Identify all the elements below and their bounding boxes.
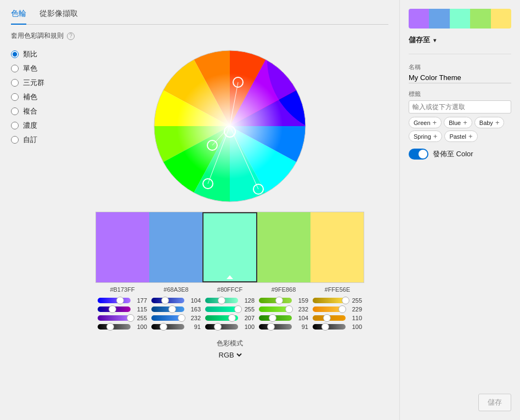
rule-shade[interactable]: 濃度 <box>11 121 60 130</box>
slider-track-b1[interactable] <box>151 315 184 321</box>
tag-green-label: Green <box>414 120 431 126</box>
preview-swatch-1 <box>429 9 449 29</box>
preview-swatch-4 <box>491 9 511 29</box>
rule-triad[interactable]: 三元群 <box>11 78 60 88</box>
color-swatches <box>95 212 364 283</box>
val-r2: 128 <box>240 297 255 304</box>
color-wheel-wrapper[interactable] <box>153 49 307 203</box>
right-panel: 儲存至 ▾ 名稱 標籤 Green + Blue + Baby + Spring <box>399 0 520 420</box>
publish-row: 發佈至 Color <box>409 149 511 160</box>
slider-track-r4[interactable] <box>313 298 346 303</box>
slider-col-3: 159 232 104 <box>257 297 310 330</box>
tag-green-plus: + <box>433 118 437 127</box>
swatch-1[interactable] <box>149 212 202 282</box>
tab-from-image[interactable]: 從影像擷取 <box>39 9 78 22</box>
color-mode-section: 色彩模式 RGB HSB Lab <box>217 339 244 360</box>
tag-chips: Green + Blue + Baby + Spring + Pastel + <box>409 117 511 142</box>
publish-toggle[interactable] <box>409 149 428 160</box>
toggle-knob <box>419 150 427 158</box>
val-r4: 255 <box>348 297 362 304</box>
slider-track-a2[interactable] <box>205 324 238 330</box>
val-a4: 100 <box>348 323 362 330</box>
slider-track-b2[interactable] <box>205 315 238 321</box>
slider-track-g1[interactable] <box>151 307 184 312</box>
tags-input[interactable] <box>409 100 511 113</box>
slider-track-r2[interactable] <box>205 298 238 303</box>
section-label: 套用色彩調和規則 ? <box>11 31 388 41</box>
rule-mono[interactable]: 單色 <box>11 64 60 73</box>
swatch-3[interactable] <box>257 212 310 282</box>
rule-compound[interactable]: 複合 <box>11 106 60 116</box>
rule-custom[interactable]: 自訂 <box>11 135 60 145</box>
val-g3: 232 <box>294 306 308 313</box>
tag-spring-plus: + <box>433 132 438 140</box>
name-field-group: 名稱 <box>409 63 511 83</box>
color-wheel-svg[interactable] <box>153 49 307 203</box>
publish-label: 發佈至 Color <box>433 149 473 159</box>
slider-track-g3[interactable] <box>259 307 292 312</box>
preview-swatch-3 <box>470 9 490 29</box>
tag-green[interactable]: Green + <box>409 117 442 128</box>
slider-track-r3[interactable] <box>259 298 292 303</box>
name-label: 名稱 <box>409 63 511 71</box>
hex-4: #FFE56E <box>310 286 364 293</box>
hex-2: #80FFCF <box>203 286 257 293</box>
val-a1: 91 <box>186 323 201 330</box>
tag-baby[interactable]: Baby + <box>474 117 505 128</box>
slider-col-4: 255 229 110 <box>310 297 364 330</box>
slider-track-b4[interactable] <box>313 315 346 321</box>
tags-label: 標籤 <box>409 90 511 98</box>
val-a3: 91 <box>294 323 308 330</box>
val-b2: 207 <box>240 315 255 321</box>
color-mode-label: 色彩模式 <box>217 339 244 348</box>
tag-baby-plus: + <box>495 118 500 127</box>
val-r0: 177 <box>133 297 147 304</box>
slider-track-r0[interactable] <box>98 298 131 303</box>
save-button[interactable]: 儲存 <box>478 394 511 411</box>
help-icon[interactable]: ? <box>67 32 75 40</box>
hex-0: #B173FF <box>95 286 149 293</box>
val-b1: 232 <box>186 315 201 321</box>
slider-track-b3[interactable] <box>259 315 292 321</box>
val-g0: 115 <box>133 306 147 313</box>
val-b3: 104 <box>294 315 308 321</box>
rule-analogous[interactable]: 類比 <box>11 49 60 59</box>
tag-blue-plus: + <box>463 118 467 127</box>
slider-track-g2[interactable] <box>205 307 238 312</box>
preview-swatch-0 <box>409 9 429 29</box>
rule-options: 類比 單色 三元群 補色 複合 <box>11 49 60 360</box>
val-g2: 255 <box>240 306 255 313</box>
tag-pastel-label: Pastel <box>449 133 466 140</box>
color-mode-select[interactable]: RGB HSB Lab <box>217 350 244 360</box>
slider-track-a0[interactable] <box>98 324 131 330</box>
slider-track-g4[interactable] <box>313 307 346 312</box>
slider-track-a4[interactable] <box>313 324 346 330</box>
save-to-row[interactable]: 儲存至 ▾ <box>409 35 511 45</box>
slider-track-r1[interactable] <box>151 298 184 303</box>
val-a0: 100 <box>133 323 147 330</box>
slider-track-b0[interactable] <box>98 315 131 321</box>
sliders-grid: 177 115 255 <box>95 297 364 330</box>
val-a2: 100 <box>240 323 255 330</box>
slider-track-g0[interactable] <box>98 307 131 312</box>
slider-col-1: 104 163 232 <box>149 297 203 330</box>
slider-track-a3[interactable] <box>259 324 292 330</box>
tag-spring[interactable]: Spring + <box>409 130 442 142</box>
name-input[interactable] <box>409 72 511 83</box>
theme-preview <box>409 9 511 29</box>
rule-complement[interactable]: 補色 <box>11 92 60 102</box>
color-wheel-area: #B173FF #68A3E8 #80FFCF #9FE868 #FFE56E <box>71 49 388 360</box>
slider-col-0: 177 115 255 <box>95 297 149 330</box>
tag-pastel[interactable]: Pastel + <box>444 130 477 142</box>
slider-track-a1[interactable] <box>151 324 184 330</box>
chevron-down-icon: ▾ <box>433 37 436 43</box>
slider-r-0: 177 <box>98 297 147 304</box>
tags-section: 標籤 Green + Blue + Baby + Spring + Pastel… <box>409 90 511 142</box>
tab-color-wheel[interactable]: 色輪 <box>11 9 26 25</box>
swatch-0[interactable] <box>96 212 149 282</box>
swatch-4[interactable] <box>310 212 364 282</box>
hex-3: #9FE868 <box>257 286 310 293</box>
val-g1: 163 <box>186 306 201 313</box>
tag-blue[interactable]: Blue + <box>444 117 472 128</box>
swatch-2[interactable] <box>202 212 258 282</box>
